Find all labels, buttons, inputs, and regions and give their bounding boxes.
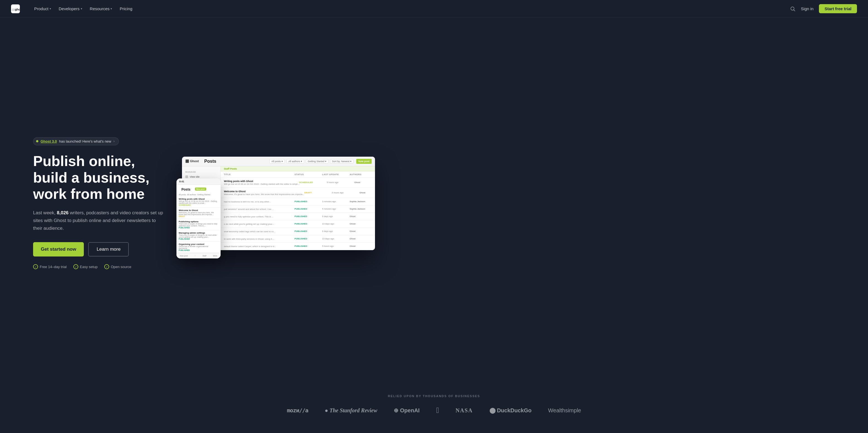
hero-badges: ✓ Free 14–day trial ✓ Easy setup ✓ Open … [33,264,165,269]
post-title-cell: pull sessions" around and about the scho… [224,208,294,210]
app-logo: ⬛ Ghost [185,159,199,163]
post-title-cell: default theme called Casper, which is de… [224,245,294,248]
badge-setup: ✓ Easy setup [73,264,98,269]
logo-apple:  [436,406,439,415]
post-author: Ghost [350,223,372,225]
announcement-dot [36,140,38,142]
mobile-tab-staff[interactable]: Staff [203,255,206,257]
post-title-cell: onal taxonomy called tags which can be u… [224,230,294,233]
hero-title: Publish online, build a business, work f… [33,153,165,203]
post-time: 9 days ago [322,215,350,218]
navbar: :::ghost Product ▾ Developers ▾ Resource… [0,0,868,18]
search-icon[interactable] [790,6,796,11]
hero-subtitle: Last week, 8,026 writers, podcasters and… [33,209,165,232]
post-time: 5 hours ago [332,191,360,194]
nav-resources[interactable]: Resources ▾ [87,5,116,13]
post-status: PUBLISHED [294,245,322,247]
post-author: Ghost [350,238,372,240]
logo-stanford: ● The Stanford Review [325,407,377,414]
mobile-tab-more[interactable]: More [213,255,217,257]
mobile-time: 9:41 [179,180,184,183]
post-status: DRAFT [304,191,332,194]
logo-wealthsimple: Wealthsimple [548,407,581,414]
new-post-button[interactable]: New post [356,159,372,164]
mobile-tab-empty: ··· [194,255,196,257]
post-time: 3 minutes ago [322,200,350,203]
post-title-cell: Writing posts with Ghost Will go live at… [224,180,299,185]
post-time: 5 minutes ago [322,208,350,210]
post-status: PUBLISHED [294,230,322,233]
post-status: SCHEDULED [299,181,327,184]
table-row[interactable]: to work with third-party services in Gho… [221,235,375,243]
post-status: PUBLISHED [294,238,322,240]
svg-text::::ghost: :::ghost [12,8,20,11]
nav-pricing[interactable]: Pricing [116,5,136,13]
all-posts-filter[interactable]: All posts ▾ [269,159,285,163]
post-title-cell: g you need to fully optimise your conten… [224,215,294,218]
nav-developers[interactable]: Developers ▾ [55,5,86,13]
app-filters: All posts ▾ All authors ▾ Getting Starte… [269,159,353,163]
posts-table: Writing posts with Ghost Will go live at… [221,178,375,250]
announcement-arrow-icon: › [114,139,115,143]
logo-duckduckgo: ⬤ DuckDuckGo [489,407,532,414]
mobile-post-item[interactable]: Writing posts with Ghost Will go live at… [177,196,221,208]
nav-links: Product ▾ Developers ▾ Resources ▾ Prici… [31,5,790,13]
post-time: 9 days ago [322,230,350,233]
mobile-post-item[interactable]: Managing admin settings There are a coup… [177,230,221,242]
mobile-posts-list: Writing posts with Ghost Will go live at… [177,196,221,253]
mobile-post-item[interactable]: Publishing options There are a couple of… [177,219,221,230]
post-time: 5 hours ago [322,245,350,247]
app-topbar: ⬛ Ghost Posts All posts ▾ All authors ▾ … [182,157,375,166]
manage-label: MANAGE [182,169,220,174]
table-row[interactable]: o do next while you're getting set up: m… [221,220,375,228]
mobile-new-post-button[interactable]: New post [195,188,206,191]
app-screenshot-mobile: 9:41 Posts New post All posts All author… [177,179,221,258]
post-author: Sophia Jackson [350,208,372,210]
hero-section: Ghost 3.0 has launched! Here's what's ne… [0,18,868,383]
post-status: PUBLISHED [294,223,322,225]
learn-more-button[interactable]: Learn more [88,242,129,256]
mobile-tab-newpost[interactable]: New post [180,255,188,257]
sort-filter[interactable]: Sort by: Newest ▾ [330,159,353,163]
announcement-version: Ghost 3.0 [40,139,57,144]
developers-chevron-icon: ▾ [81,7,82,10]
badge-trial: ✓ Free 14–day trial [33,264,67,269]
post-author: Ghost [350,215,372,218]
announcement-banner[interactable]: Ghost 3.0 has launched! Here's what's ne… [33,137,119,145]
badge-opensource: ✓ Open source [104,264,131,269]
getting-started-filter[interactable]: Getting Started ▾ [306,159,329,163]
staff-posts-banner: Staff Posts [221,166,375,172]
mobile-bottom-tabs: New post ··· Staff More [177,253,221,258]
mobile-post-item[interactable]: Organising your content Ghost has a flex… [177,242,221,253]
resources-chevron-icon: ▾ [111,7,112,10]
post-author: Ghost [360,191,375,194]
hero-buttons: Get started now Learn more [33,242,165,256]
view-site-icon [185,176,188,178]
logos-section: Relied upon by thousands of businesses m… [0,383,868,426]
all-authors-filter[interactable]: All authors ▾ [286,159,304,163]
post-author: Ghost [350,245,372,247]
check-icon: ✓ [73,264,78,269]
start-free-trial-button[interactable]: Start free trial [819,4,857,13]
logos-row: mozи//a ● The Stanford Review ⊕ OpenAI … [17,406,851,415]
signin-link[interactable]: Sign in [801,6,814,11]
mobile-post-item[interactable]: Welcome to Ghost Welcome, it's great to … [177,208,221,219]
table-row[interactable]: pull sessions" around and about the scho… [221,206,375,213]
table-row[interactable]: onal taxonomy called tags which can be u… [221,228,375,235]
ghost-logo-icon: :::ghost [11,4,20,13]
post-author: Ghost [354,181,375,184]
table-row[interactable]: had no business to tell it to me, or to … [221,198,375,206]
logo[interactable]: :::ghost [11,4,20,13]
post-time: 5 hours ago [327,181,354,184]
get-started-button[interactable]: Get started now [33,242,84,256]
table-row[interactable]: Welcome to Ghost Welcome, it's great to … [221,188,375,198]
logo-mozilla: mozи//a [287,407,308,414]
hero-content: Ghost 3.0 has launched! Here's what's ne… [33,137,165,270]
logo-openai: ⊕ OpenAI [394,407,420,414]
nav-product[interactable]: Product ▾ [31,5,54,13]
table-row[interactable]: Writing posts with Ghost Will go live at… [221,178,375,188]
table-row[interactable]: g you need to fully optimise your conten… [221,213,375,220]
nav-right: Sign in Start free trial [790,4,857,13]
table-row[interactable]: default theme called Casper, which is de… [221,243,375,250]
post-status: PUBLISHED [294,200,322,203]
